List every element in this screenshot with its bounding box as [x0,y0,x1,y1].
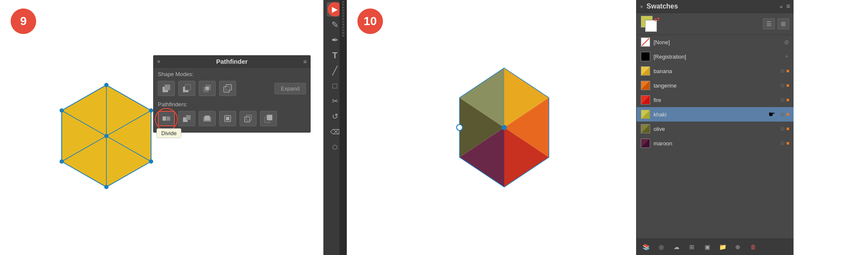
pathfinder-titlebar: × Pathfinder ≡ [154,56,310,68]
trim-button[interactable] [178,111,195,126]
svg-point-8 [104,185,108,189]
swatch-registration-label: [Registration] [654,54,781,60]
grid-view-button[interactable]: ⊞ [777,18,789,29]
delete-swatch-button[interactable]: 🗑 [747,241,759,252]
process-icon: ⊞ [780,68,785,74]
libraries-button[interactable]: 📚 [640,241,652,252]
swatch-banana[interactable]: banana ⊞ ■ [637,64,794,78]
svg-point-6 [149,108,153,113]
show-types-button[interactable]: ◎ [655,241,667,252]
cursor-hand-icon: ☛ [768,110,775,119]
swatch-list: [None] ⊘ [Registration] ✦ banana ⊞ ■ tan… [637,35,794,238]
swatch-maroon-icons: ⊞ ■ [780,140,789,146]
svg-point-5 [104,83,108,87]
exclude-button[interactable] [219,81,236,96]
grid-view-footer[interactable]: ⊞ [686,241,698,252]
list-view-button[interactable]: ☰ [763,18,775,29]
crop-button[interactable] [219,111,236,126]
svg-point-42 [457,125,463,130]
swatch-swap[interactable]: ⇄ [654,15,660,23]
swatch-olive-icons: ⊞ ■ [780,126,789,132]
swatch-maroon-label: maroon [654,140,777,147]
swatches-panel: × Swatches « ≡ ⇄ ☰ ⊞ [None] ⊘ [Registrat… [636,0,794,255]
svg-rect-12 [165,85,170,90]
swatch-none-icons: ⊘ [784,39,789,45]
pen-icon: ✎ [331,20,339,30]
swatches-close[interactable]: × [640,3,643,10]
swatch-banana-color [641,66,650,76]
swatch-none-color [641,37,650,47]
hex-divided [47,76,166,196]
swatches-menu[interactable]: ≡ [786,3,790,10]
divide-button[interactable]: ↖ Divide [158,111,175,126]
minus-back-button[interactable] [260,111,277,126]
eraser-icon: ⌫ [330,128,340,136]
color-icon3: ■ [786,97,789,103]
svg-point-9 [60,159,64,164]
reg-icon: ✦ [784,53,789,60]
rect-icon: □ [333,82,337,91]
swatches-title: Swatches [647,3,777,10]
svg-rect-31 [246,115,251,120]
svg-rect-17 [206,87,209,90]
process-icon3: ⊞ [780,97,785,103]
show-options-button[interactable]: ☁ [671,241,682,252]
svg-point-41 [502,125,507,130]
hex-colored [432,55,577,200]
swatch-fire-icons: ⊞ ■ [780,97,789,103]
line-icon: ╱ [332,65,337,76]
hex-colored-svg [432,55,577,200]
color-icon6: ■ [786,140,789,146]
process-icon4: ⊞ [780,111,785,117]
swatches-collapse[interactable]: « [779,3,782,10]
pathfinders-row: ↖ Divide [154,109,310,128]
svg-point-4 [104,134,108,138]
new-swatch-button[interactable]: ⊕ [732,241,744,252]
swatch-fire-label: fire [654,97,777,103]
pathfinder-menu[interactable]: ≡ [303,58,307,65]
swatch-khaki[interactable]: khaki ☛ ⊞ ■ [637,107,794,122]
swatch-fire-color [641,95,650,105]
swatch-fire[interactable]: fire ⊞ ■ [637,93,794,107]
merge-button[interactable] [199,111,216,126]
blend-icon: ⬡ [332,144,337,150]
pathfinder-title: Pathfinder [216,58,248,65]
no-fill-icon: ⊘ [784,39,789,45]
scissors-icon: ✂ [332,96,338,106]
ruler: 4 0 4 5 0 5 5 0 6 0 0 6 5 [340,0,347,255]
svg-rect-14 [185,85,191,90]
pathfinder-close[interactable]: × [157,58,160,65]
show-swatches-button[interactable]: ▣ [701,241,713,252]
swatch-none[interactable]: [None] ⊘ [637,35,794,49]
shape-modes-label: Shape Modes: [154,68,310,79]
process-icon6: ⊞ [780,140,785,146]
svg-point-10 [60,108,64,113]
expand-button[interactable]: Expand [274,83,306,94]
section-10: 10 [347,0,636,255]
swatch-tangerine[interactable]: tangerine ⊞ ■ [637,78,794,93]
outline-button[interactable] [240,111,257,126]
swatch-none-label: [None] [654,39,781,45]
folder-button[interactable]: 📁 [717,241,728,252]
intersect-button[interactable] [199,81,216,96]
svg-rect-30 [245,117,250,122]
unite-button[interactable] [158,81,175,96]
swatch-olive[interactable]: olive ⊞ ■ [637,122,794,136]
color-icon: ■ [786,68,789,74]
svg-rect-20 [226,87,229,90]
pathfinder-panel: × Pathfinder ≡ Shape Modes: Expand Path [153,55,311,133]
divide-tooltip: Divide [157,128,181,138]
swatches-toolbar: ⇄ ☰ ⊞ [637,13,794,35]
section-10-badge: 10 [357,8,383,34]
minus-front-button[interactable] [178,81,195,96]
swatch-registration[interactable]: [Registration] ✦ [637,49,794,64]
swatch-maroon[interactable]: maroon ⊞ ■ [637,136,794,150]
swatch-banana-icons: ⊞ ■ [780,68,789,74]
hex-svg [47,76,166,196]
swatch-tangerine-color [641,81,650,90]
swatch-tangerine-label: tangerine [654,82,777,89]
type-icon: T [332,51,337,60]
swatch-color-preview: ⇄ [641,16,657,32]
swatch-olive-color [641,124,650,133]
pathfinders-label: Pathfinders: [154,98,310,109]
